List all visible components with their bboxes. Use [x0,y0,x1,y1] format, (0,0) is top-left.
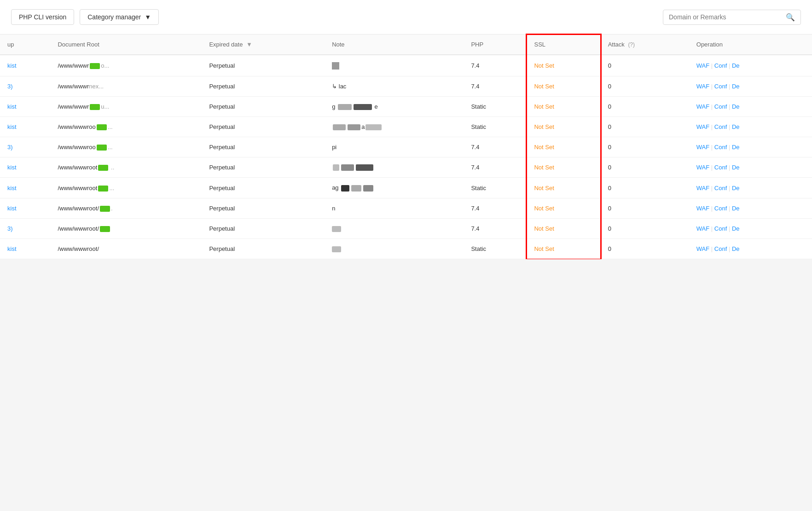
op-link-de[interactable]: De [732,164,740,171]
cell-ssl: Not Set [527,55,600,76]
op-link-waf[interactable]: WAF [696,245,709,252]
op-separator: | [709,123,714,130]
blurred-doc-root-segment [98,186,108,192]
cell-attack: 0 [601,55,689,76]
cell-operations[interactable]: WAF | Conf | De [689,137,812,157]
cell-ssl: Not Set [527,96,600,116]
col-header-expired-date[interactable]: Expired date ▼ [202,35,325,55]
cell-operations[interactable]: WAF | Conf | De [689,157,812,178]
note-blur-only-3 [365,124,382,130]
cell-expired-date: Perpetual [202,116,325,137]
note-blur-multi-2 [341,164,354,171]
cell-document-root: /www/wwwroot/. [50,198,202,218]
op-link-conf[interactable]: Conf [714,62,727,69]
cell-expired-date: Perpetual [202,239,325,259]
op-link-conf[interactable]: Conf [714,225,727,232]
cell-domain-suffix: kist [0,55,50,76]
cell-document-root: /www/wwwroot/ [50,239,202,259]
cell-domain-suffix: 3) [0,76,50,96]
top-bar: PHP CLI version Category manager ▼ 🔍 [0,0,812,35]
cell-operations[interactable]: WAF | Conf | De [689,76,812,96]
cell-operations[interactable]: WAF | Conf | De [689,239,812,259]
note-blur-multi-1 [333,164,339,171]
cell-document-root: /www/wwwrnex... [50,76,202,96]
note-text: ag [332,184,340,191]
op-link-waf[interactable]: WAF [696,83,709,90]
note-end-text: e [373,103,378,110]
dropdown-icon: ▼ [145,13,151,21]
op-separator: | [709,103,714,110]
main-table: up Document Root Expired date ▼ Note PHP… [0,35,812,259]
cell-expired-date: Perpetual [202,96,325,116]
category-manager-button[interactable]: Category manager ▼ [80,9,159,25]
cell-note [325,239,464,259]
op-link-conf[interactable]: Conf [714,164,727,171]
cell-operations[interactable]: WAF | Conf | De [689,96,812,116]
search-icon-button[interactable]: 🔍 [786,13,795,22]
note-blur-only-1 [333,124,346,130]
op-link-de[interactable]: De [732,62,740,69]
cell-php: 7.4 [464,137,527,157]
cell-operations[interactable]: WAF | Conf | De [689,178,812,198]
op-link-de[interactable]: De [732,225,740,232]
search-input[interactable] [669,13,786,21]
op-link-de[interactable]: De [732,123,740,130]
cell-attack: 0 [601,218,689,238]
op-link-de[interactable]: De [732,83,740,90]
cell-document-root: /www/wwwru... [50,96,202,116]
op-link-conf[interactable]: Conf [714,83,727,90]
op-separator: | [727,185,732,192]
sort-icon: ▼ [246,41,252,48]
cell-domain-suffix: kist [0,239,50,259]
table-row: 3)/www/wwwrnex...Perpetual↳ lac 7.4Not S… [0,76,812,96]
cell-attack: 0 [601,198,689,218]
cell-ssl: Not Set [527,157,600,178]
op-link-de[interactable]: De [732,103,740,110]
cell-note: a [325,116,464,137]
cell-note [325,218,464,238]
op-link-conf[interactable]: Conf [714,185,727,192]
cell-operations[interactable]: WAF | Conf | De [689,198,812,218]
note-text: pi [332,144,336,151]
ssl-not-set-label: Not Set [534,225,554,232]
cell-operations[interactable]: WAF | Conf | De [689,55,812,76]
php-cli-button[interactable]: PHP CLI version [11,9,74,25]
op-link-waf[interactable]: WAF [696,205,709,212]
op-link-conf[interactable]: Conf [714,245,727,252]
note-blur-only-2 [348,124,360,130]
cell-expired-date: Perpetual [202,76,325,96]
op-link-waf[interactable]: WAF [696,62,709,69]
cell-attack: 0 [601,157,689,178]
op-link-waf[interactable]: WAF [696,185,709,192]
op-link-de[interactable]: De [732,245,740,252]
op-link-de[interactable]: De [732,185,740,192]
op-link-de[interactable]: De [732,205,740,212]
cell-ssl: Not Set [527,178,600,198]
cell-operations[interactable]: WAF | Conf | De [689,116,812,137]
op-link-waf[interactable]: WAF [696,144,709,151]
op-link-waf[interactable]: WAF [696,225,709,232]
op-link-conf[interactable]: Conf [714,103,727,110]
blurred-doc-root-segment [100,226,110,232]
cell-document-root: /www/wwwroo... [50,137,202,157]
op-separator: | [727,144,732,151]
op-link-conf[interactable]: Conf [714,144,727,151]
blurred-doc-root-segment [100,206,110,212]
op-link-waf[interactable]: WAF [696,164,709,171]
op-link-de[interactable]: De [732,144,740,151]
note-blur-segment-2 [354,104,372,110]
op-link-waf[interactable]: WAF [696,103,709,110]
op-link-conf[interactable]: Conf [714,205,727,212]
table-header-row: up Document Root Expired date ▼ Note PHP… [0,35,812,55]
op-link-waf[interactable]: WAF [696,123,709,130]
cell-operations[interactable]: WAF | Conf | De [689,218,812,238]
ssl-not-set-label: Not Set [534,205,554,212]
col-header-note: Note [325,35,464,55]
col-header-domain-suffix: up [0,35,50,55]
op-link-conf[interactable]: Conf [714,123,727,130]
op-separator: | [727,123,732,130]
cell-php: Static [464,239,527,259]
cell-document-root: /www/wwwroot... [50,178,202,198]
op-separator: | [709,185,714,192]
cell-php: 7.4 [464,198,527,218]
